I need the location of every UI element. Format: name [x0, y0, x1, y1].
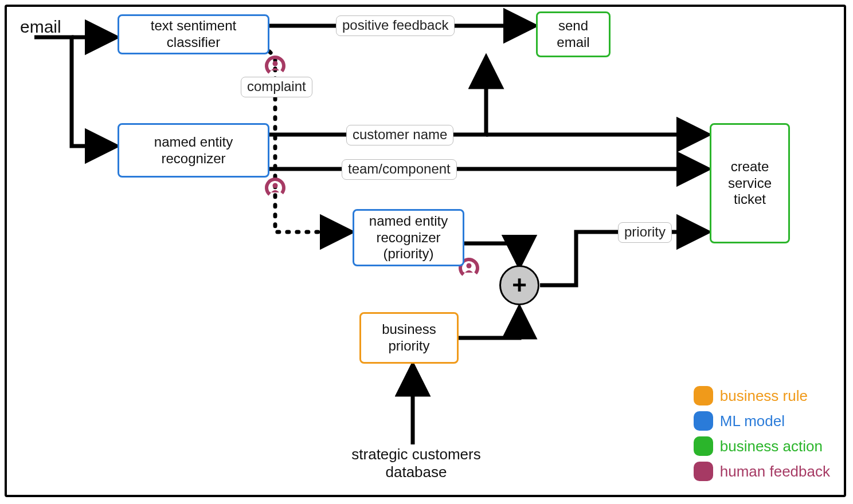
node-create-ticket: create service ticket — [710, 123, 790, 243]
swatch-icon — [694, 411, 713, 431]
legend-label: ML model — [720, 412, 785, 430]
node-business-priority: business priority — [359, 312, 459, 364]
legend-item: ML model — [694, 411, 830, 431]
swatch-icon — [694, 436, 713, 456]
edge-label-customer-name: customer name — [346, 125, 453, 145]
node-ner-priority: named entity recognizer (priority) — [353, 209, 464, 266]
legend-item: human feedback — [694, 462, 830, 481]
legend: business rule ML model business action h… — [694, 380, 830, 481]
legend-item: business action — [694, 436, 830, 456]
node-send-email: send email — [536, 11, 611, 57]
swatch-icon — [694, 462, 713, 481]
input-label: email — [20, 17, 61, 37]
legend-label: business action — [720, 438, 823, 455]
node-label: business priority — [367, 321, 451, 355]
legend-item: business rule — [694, 386, 830, 405]
combine-plus-icon: + — [499, 265, 539, 305]
node-label: create service ticket — [717, 159, 782, 208]
node-label: named entity recognizer — [125, 134, 262, 167]
node-ner: named entity recognizer — [118, 123, 269, 178]
source-label: strategic customers database — [342, 446, 491, 481]
swatch-icon — [694, 386, 713, 405]
edge-label-priority: priority — [618, 222, 672, 243]
edge-label-team-component: team/component — [342, 159, 457, 180]
node-label: named entity recognizer (priority) — [360, 213, 457, 262]
diagram-canvas: email text sentiment classifier named en… — [0, 0, 853, 504]
legend-label: human feedback — [720, 463, 830, 481]
node-label: send email — [543, 18, 603, 51]
legend-label: business rule — [720, 387, 808, 405]
node-label: text sentiment classifier — [125, 18, 262, 51]
node-text-sentiment: text sentiment classifier — [118, 14, 269, 54]
edge-label-positive-feedback: positive feedback — [336, 15, 455, 36]
edge-label-complaint: complaint — [241, 77, 312, 97]
